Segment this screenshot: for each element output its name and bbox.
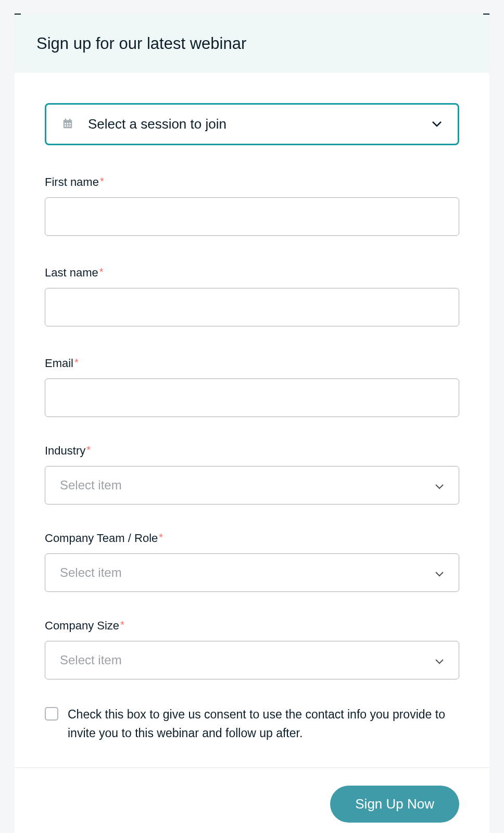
required-star: * xyxy=(120,619,124,630)
required-star: * xyxy=(100,175,104,187)
card-footer: Sign Up Now xyxy=(15,767,489,833)
chevron-down-icon xyxy=(435,478,444,493)
email-label-text: Email xyxy=(45,357,73,370)
required-star: * xyxy=(99,266,104,277)
consent-label: Check this box to give us consent to use… xyxy=(68,705,459,742)
email-group: Email* xyxy=(45,357,459,417)
email-input[interactable] xyxy=(45,378,459,417)
company-size-select-placeholder: Select item xyxy=(60,653,122,667)
card-header: Sign up for our latest webinar xyxy=(15,15,489,73)
svg-rect-4 xyxy=(67,123,69,124)
role-label-text: Company Team / Role xyxy=(45,532,158,545)
svg-rect-3 xyxy=(65,123,66,124)
chevron-down-icon xyxy=(432,120,442,129)
industry-select[interactable]: Select item xyxy=(45,466,459,504)
consent-checkbox[interactable] xyxy=(45,707,58,721)
first-name-label-text: First name xyxy=(45,175,99,188)
svg-rect-6 xyxy=(65,125,66,127)
svg-rect-8 xyxy=(69,125,71,127)
role-group: Company Team / Role* Select item xyxy=(45,532,459,592)
chevron-down-icon xyxy=(435,653,444,667)
last-name-group: Last name* xyxy=(45,266,459,326)
first-name-input[interactable] xyxy=(45,197,459,236)
sign-up-button[interactable]: Sign Up Now xyxy=(330,786,459,823)
role-label: Company Team / Role* xyxy=(45,532,163,545)
role-select[interactable]: Select item xyxy=(45,553,459,592)
required-star: * xyxy=(74,357,79,368)
company-size-label: Company Size* xyxy=(45,619,124,633)
industry-group: Industry* Select item xyxy=(45,444,459,504)
industry-label: Industry* xyxy=(45,444,91,458)
first-name-label: First name* xyxy=(45,175,104,189)
company-size-label-text: Company Size xyxy=(45,619,119,632)
last-name-input[interactable] xyxy=(45,288,459,326)
svg-rect-2 xyxy=(69,118,71,121)
required-star: * xyxy=(159,532,163,543)
svg-rect-5 xyxy=(69,123,71,124)
consent-row: Check this box to give us consent to use… xyxy=(45,705,459,742)
signup-form-card: Sign up for our latest webinar Select a … xyxy=(15,15,489,833)
card-body: Select a session to join First name* Las… xyxy=(15,73,489,767)
chevron-down-icon xyxy=(435,565,444,580)
session-select-placeholder: Select a session to join xyxy=(88,116,417,132)
session-select[interactable]: Select a session to join xyxy=(45,103,459,145)
calendar-icon xyxy=(62,118,73,131)
last-name-label: Last name* xyxy=(45,266,104,280)
first-name-group: First name* xyxy=(45,175,459,236)
email-label: Email* xyxy=(45,357,79,370)
last-name-label-text: Last name xyxy=(45,266,98,279)
required-star: * xyxy=(86,444,91,456)
page-title: Sign up for our latest webinar xyxy=(36,34,468,53)
svg-rect-1 xyxy=(65,118,67,121)
svg-rect-7 xyxy=(67,125,69,127)
industry-select-placeholder: Select item xyxy=(60,478,122,493)
role-select-placeholder: Select item xyxy=(60,565,122,580)
company-size-group: Company Size* Select item xyxy=(45,619,459,679)
industry-label-text: Industry xyxy=(45,444,85,457)
company-size-select[interactable]: Select item xyxy=(45,641,459,679)
